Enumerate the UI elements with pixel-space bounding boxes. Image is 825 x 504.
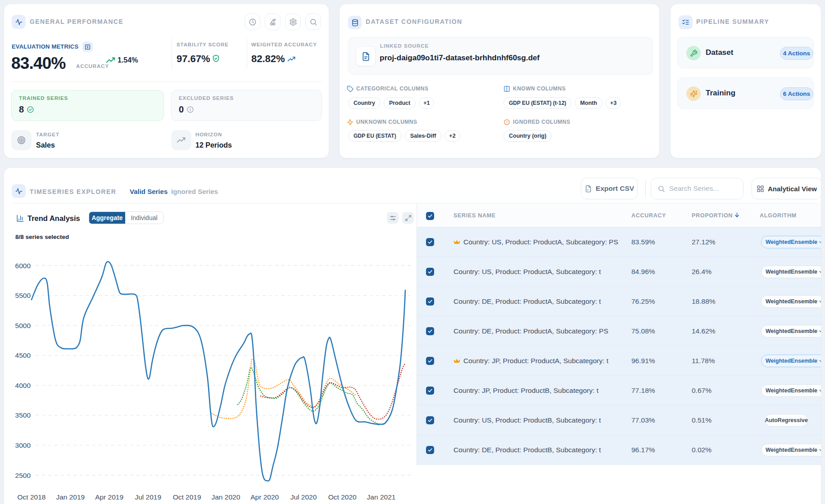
svg-text:2500: 2500 <box>15 472 31 479</box>
svg-text:Apr 2019: Apr 2019 <box>95 493 123 501</box>
svg-text:Oct 2018: Oct 2018 <box>18 493 46 501</box>
svg-text:Jan 2021: Jan 2021 <box>367 493 396 501</box>
svg-text:5500: 5500 <box>15 292 31 299</box>
svg-text:Jan 2020: Jan 2020 <box>212 493 240 501</box>
svg-text:Apr 2020: Apr 2020 <box>250 493 279 501</box>
svg-text:6000: 6000 <box>15 262 31 270</box>
svg-text:4000: 4000 <box>15 382 31 389</box>
svg-text:3500: 3500 <box>15 411 31 419</box>
svg-text:Jan 2019: Jan 2019 <box>56 493 85 501</box>
svg-text:4500: 4500 <box>15 351 31 359</box>
svg-text:5000: 5000 <box>15 322 31 329</box>
svg-text:Oct 2019: Oct 2019 <box>173 493 201 501</box>
svg-text:Oct 2020: Oct 2020 <box>328 493 357 501</box>
svg-text:Jul 2019: Jul 2019 <box>135 493 161 501</box>
svg-text:Jul 2020: Jul 2020 <box>290 493 317 501</box>
svg-text:3000: 3000 <box>15 441 31 449</box>
